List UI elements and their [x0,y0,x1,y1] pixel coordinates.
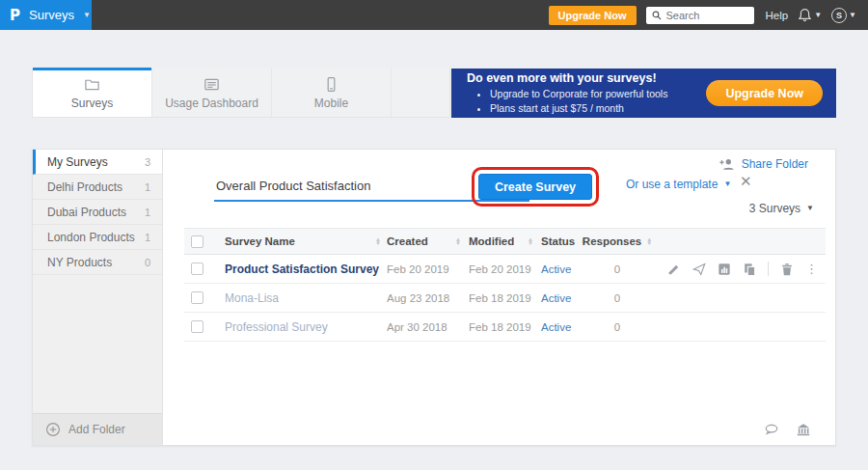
tab-label: Usage Dashboard [165,97,258,110]
account-menu[interactable]: S ▼ [831,8,856,23]
reports-button[interactable] [718,263,731,276]
archive-button[interactable] [796,422,811,437]
create-survey-button[interactable]: Create Survey [478,174,592,200]
folder-count: 1 [145,232,150,243]
upgrade-now-button[interactable]: Upgrade Now [549,6,637,25]
folder-label: My Surveys [47,155,108,169]
surveys-count-label: 3 Surveys [749,202,800,215]
surveys-count-dropdown[interactable]: 3 Surveys ▼ [749,202,814,215]
folder-count: 3 [145,156,150,168]
sidebar-item-dubai-products[interactable]: Dubai Products 1 [33,200,162,225]
tab-surveys[interactable]: Surveys [33,69,152,117]
bank-icon [796,422,811,437]
folder-label: NY Products [47,256,112,269]
created-date: Feb 20 2019 [387,263,449,275]
modified-date: Feb 20 2019 [469,263,531,275]
sidebar-item-london-products[interactable]: London Products 1 [33,225,162,250]
section-tabs: Surveys Usage Dashboard Mobile [32,69,450,118]
chevron-down-icon: ▼ [849,12,856,19]
status-badge[interactable]: Active [541,292,571,304]
bell-icon [798,8,812,22]
sort-icon[interactable]: ▲▼ [455,237,461,246]
table-row: Professional Survey Apr 30 2018 Feb 18 2… [184,313,826,342]
banner-upgrade-button[interactable]: Upgrade Now [706,80,823,106]
person-add-icon [719,157,735,171]
row-checkbox[interactable] [191,263,203,275]
more-actions-button[interactable]: ⋮ [805,262,818,276]
sidebar-item-ny-products[interactable]: NY Products 0 [33,250,162,275]
close-icon[interactable]: ✕ [740,173,752,190]
banner-bullet: Upgrade to Corporate for powerful tools [490,87,667,100]
folder-label: London Products [47,231,135,244]
search-input[interactable] [666,10,744,21]
modified-date: Feb 18 2019 [469,321,531,333]
help-link[interactable]: Help [766,10,789,21]
responses-count: 0 [614,292,620,304]
edit-button[interactable] [667,263,681,276]
chevron-down-icon: ▼ [806,205,814,212]
survey-name-link[interactable]: Mona-Lisa [225,291,279,305]
chevron-down-icon: ▼ [723,180,731,188]
bar-chart-icon [718,263,731,276]
col-header-status: Status [541,235,575,247]
created-date: Apr 30 2018 [387,321,448,333]
select-all-checkbox[interactable] [191,235,203,248]
sidebar-item-delhi-products[interactable]: Delhi Products 1 [33,175,162,200]
created-date: Aug 23 2018 [387,292,449,304]
survey-name-link[interactable]: Professional Survey [225,320,328,334]
modified-date: Feb 18 2019 [469,292,531,304]
search-icon [652,11,662,20]
app-menu-label: Surveys [29,8,74,22]
paper-plane-icon [692,263,706,276]
app-switcher[interactable]: P Surveys ▼ [0,0,92,30]
copy-button[interactable] [743,263,756,276]
trash-icon [780,263,794,276]
banner-bullet: Plans start at just $75 / month [490,101,667,115]
col-header-survey-name: Survey Name [225,235,295,247]
banner-bullets: Upgrade to Corporate for powerful tools … [490,87,667,114]
folder-label: Dubai Products [47,206,126,219]
sidebar-item-my-surveys[interactable]: My Surveys 3 [33,150,162,175]
table-header-row: Survey Name ▲▼ Created ▲▼ Modified ▲▼ St… [184,228,826,255]
sort-icon[interactable]: ▲▼ [528,237,533,246]
table-row: Mona-Lisa Aug 23 2018 Feb 18 2019 Active… [184,284,826,313]
folder-icon [84,76,100,93]
send-button[interactable] [692,263,706,276]
responses-count: 0 [614,321,620,333]
survey-name-link[interactable]: Product Satisfaction Survey [225,263,379,276]
notifications-button[interactable]: ▼ [798,8,822,22]
feedback-button[interactable] [764,422,779,437]
tab-label: Surveys [71,97,113,110]
col-header-responses: Responses [583,235,641,247]
surveys-card: My Surveys 3 Delhi Products 1 Dubai Prod… [32,149,836,446]
folder-label: Delhi Products [47,180,122,194]
responses-count: 0 [614,263,620,275]
brand-logo-icon: P [10,7,20,24]
sort-icon[interactable]: ▲▼ [646,237,652,246]
share-folder-button[interactable]: Share Folder [719,157,808,171]
mobile-icon [323,76,339,93]
dashboard-icon [203,76,220,93]
pencil-icon [667,263,681,276]
tab-usage-dashboard[interactable]: Usage Dashboard [152,69,272,117]
status-badge[interactable]: Active [541,263,571,275]
row-checkbox[interactable] [191,291,203,304]
plus-circle-icon [45,422,61,437]
chevron-down-icon: ▼ [83,12,91,19]
surveys-panel: Share Folder Create Survey Or use a temp… [163,150,835,445]
tab-label: Mobile [314,97,348,110]
promo-banner: Do even more with your surveys! Upgrade … [451,69,836,118]
sort-icon[interactable]: ▲▼ [375,237,381,246]
row-checkbox[interactable] [191,320,203,333]
use-template-link[interactable]: Or use a template ▼ [626,178,731,191]
tab-mobile[interactable]: Mobile [272,69,392,117]
add-folder-button[interactable]: Add Folder [33,413,162,445]
add-folder-label: Add Folder [68,423,125,436]
status-badge[interactable]: Active [541,321,571,333]
folder-count: 1 [145,207,150,218]
search-box[interactable] [646,7,754,24]
avatar: S [831,8,847,23]
page: P Surveys ▼ Upgrade Now Help ▼ S ▼ Surve [0,0,868,470]
col-header-modified: Modified [469,235,514,247]
delete-button[interactable] [780,263,794,276]
